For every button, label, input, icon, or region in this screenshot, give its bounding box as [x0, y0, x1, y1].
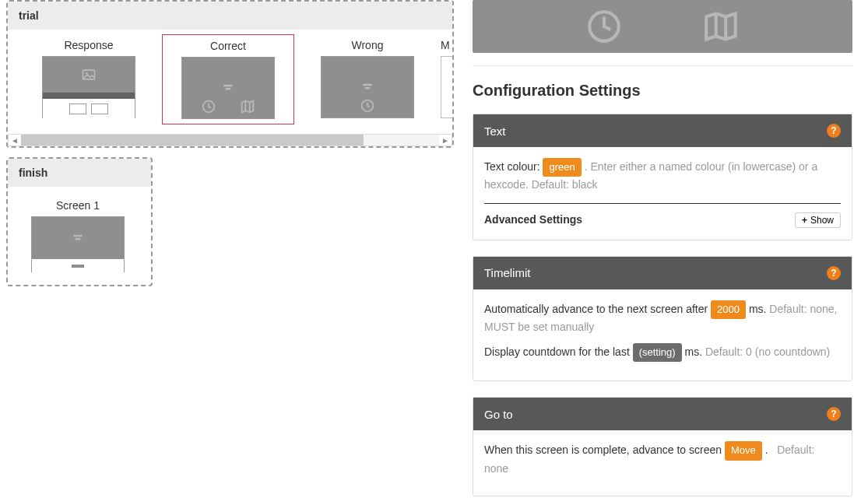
help-icon[interactable]: ? [827, 266, 841, 280]
goto-line-pre: When this screen is complete, advance to… [484, 444, 722, 456]
timelimit-line2-post: ms. [685, 345, 703, 358]
card-response[interactable]: Response [28, 39, 149, 124]
card-correct-thumb [181, 57, 275, 119]
trial-group-title: trial [8, 2, 452, 30]
timelimit-line1-post: ms. [749, 303, 767, 315]
help-icon[interactable]: ? [827, 407, 841, 421]
card-screen1-label: Screen 1 [16, 199, 140, 212]
image-icon [81, 67, 97, 82]
card-partial-thumb [441, 56, 452, 118]
clock-icon [585, 7, 624, 46]
map-icon [239, 98, 256, 115]
timelimit-panel: Timelimit ? Automatically advance to the… [473, 256, 852, 382]
goto-panel-title: Go to [484, 408, 513, 421]
card-wrong-label: Wrong [307, 39, 428, 51]
scroll-track[interactable] [21, 135, 439, 146]
dash-icon [72, 265, 84, 268]
trial-horizontal-scrollbar[interactable]: ◄ ► [8, 134, 452, 146]
card-partial[interactable]: M [441, 39, 452, 124]
card-screen1-thumb [31, 216, 125, 272]
card-wrong-thumb [321, 56, 414, 118]
text-panel-title: Text [484, 124, 506, 138]
placeholder-box [69, 103, 86, 114]
text-colour-value[interactable]: green [543, 158, 581, 177]
card-screen1[interactable]: Screen 1 [16, 199, 140, 272]
divider [473, 65, 852, 66]
goto-panel: Go to ? When this screen is complete, ad… [473, 397, 852, 496]
align-center-icon [70, 230, 86, 246]
goto-line-post: . [765, 444, 768, 456]
timelimit-line2-pre: Display countdown for the last [484, 345, 630, 358]
align-center-icon [360, 79, 375, 95]
card-correct-label: Correct [167, 40, 289, 52]
help-icon[interactable]: ? [827, 124, 841, 138]
advanced-settings-label: Advanced Settings [484, 212, 582, 229]
finish-group: finish Screen 1 [6, 157, 153, 286]
svg-rect-5 [363, 84, 372, 86]
svg-rect-3 [226, 88, 231, 90]
show-button-label: Show [810, 215, 834, 226]
scroll-left-arrow[interactable]: ◄ [9, 135, 21, 146]
scroll-right-arrow[interactable]: ► [439, 135, 452, 146]
card-wrong[interactable]: Wrong [307, 39, 428, 124]
finish-group-title: finish [8, 159, 151, 187]
plus-icon: + [802, 215, 807, 226]
text-panel: Text ? Text colour: green . Enter either… [473, 114, 852, 240]
timelimit-countdown-value[interactable]: (setting) [633, 343, 682, 362]
align-center-icon [220, 80, 236, 96]
svg-rect-2 [223, 85, 233, 87]
svg-rect-9 [76, 238, 81, 240]
text-colour-label: Text colour: [484, 160, 540, 173]
timelimit-line1-pre: Automatically advance to the next screen… [484, 303, 708, 315]
configuration-settings-title: Configuration Settings [473, 82, 852, 100]
trial-cards-container: Response [8, 30, 452, 131]
trial-group: trial Response [6, 0, 454, 148]
screen-preview [473, 0, 852, 53]
scroll-thumb[interactable] [21, 135, 364, 146]
card-response-label: Response [28, 39, 149, 51]
card-correct[interactable]: Correct [162, 34, 294, 124]
svg-rect-6 [365, 87, 371, 89]
timelimit-line2-hint: Default: 0 (no countdown) [705, 345, 830, 358]
clock-icon [200, 98, 217, 115]
svg-rect-8 [73, 235, 83, 237]
clock-icon [359, 97, 376, 114]
card-response-thumb [42, 56, 135, 118]
timelimit-panel-header: Timelimit ? [473, 257, 852, 289]
goto-panel-header: Go to ? [473, 398, 852, 430]
placeholder-box [91, 103, 108, 114]
timelimit-advance-value[interactable]: 2000 [711, 300, 746, 319]
goto-value[interactable]: Move [725, 441, 762, 460]
map-icon [701, 7, 740, 46]
text-panel-header: Text ? [473, 114, 852, 147]
advanced-settings-show-button[interactable]: + Show [795, 212, 841, 228]
timelimit-panel-title: Timelimit [484, 266, 530, 279]
card-partial-label: M [441, 39, 452, 51]
